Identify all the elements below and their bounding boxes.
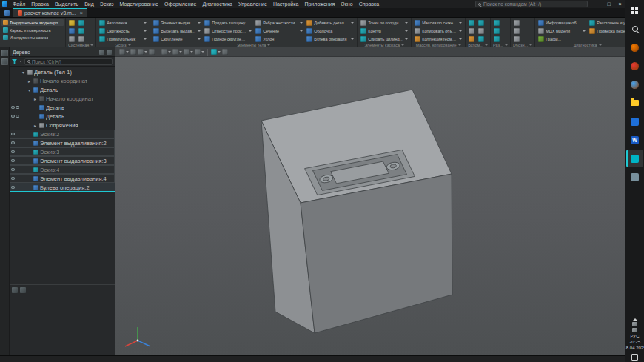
ribbon-group-caption[interactable]: Вспом... — [468, 43, 488, 47]
dropdown-arrow-icon[interactable] — [459, 30, 462, 32]
boolean-button[interactable]: Булева операция — [306, 36, 355, 43]
add-part-button[interactable]: Добавить деталь-заготовку... — [306, 19, 355, 27]
ribbon-group-caption[interactable]: Элементы тела — [152, 43, 355, 47]
graph-values-button[interactable]: Графи... — [537, 36, 586, 43]
dropdown-arrow-icon[interactable] — [144, 30, 147, 32]
volume-icon[interactable] — [632, 322, 637, 326]
caret-icon[interactable]: ▸ — [33, 96, 38, 101]
dropdown-arrow-icon[interactable] — [168, 51, 171, 53]
menubar-item-10[interactable]: Приложения — [301, 0, 338, 8]
toolset-tab-0[interactable]: Твердотельное моделирование — [1, 19, 64, 26]
tree-panel-toggle-icon[interactable] — [1, 50, 8, 56]
dim-radial-button[interactable] — [493, 36, 500, 43]
tree-foot-icon-1[interactable] — [12, 287, 18, 293]
thicken-button[interactable]: Придать толщину — [204, 19, 252, 27]
tree-filter-icon[interactable] — [12, 59, 17, 64]
filter-button[interactable] — [211, 49, 221, 55]
language-indicator[interactable]: РУС — [630, 334, 639, 338]
document-tab[interactable]: расчет компас v3.m... × — [13, 8, 87, 17]
start-button[interactable] — [626, 2, 643, 19]
tree-item-6[interactable]: ▸Сопряжения — [10, 121, 115, 130]
visibility-eyes[interactable] — [10, 186, 21, 189]
tree-item-1[interactable]: ▸Начало координат — [10, 76, 115, 85]
menubar-item-8[interactable]: Управление — [235, 0, 270, 8]
points-by-coords-button[interactable]: Точки по координатам — [360, 19, 409, 27]
hide-objects-button[interactable] — [195, 49, 204, 55]
visibility-eyes[interactable] — [10, 177, 21, 180]
select-frame-button[interactable] — [130, 49, 136, 55]
ribbon-group-caption[interactable]: Эскиз — [98, 43, 147, 47]
ribbon-group-caption[interactable]: Обозн... — [513, 43, 533, 47]
home-tab[interactable] — [0, 8, 13, 17]
display-mode-button[interactable] — [172, 49, 182, 55]
ribbon-group-caption[interactable]: Системная — [68, 43, 93, 47]
visibility-eyes[interactable] — [10, 159, 21, 162]
dropdown-arrow-icon[interactable] — [144, 22, 147, 24]
autoline-button[interactable]: Автолиния — [98, 19, 147, 27]
model-scene[interactable] — [115, 57, 625, 355]
axis-button[interactable] — [468, 27, 475, 35]
check-intersections-button[interactable]: Проверка пересечений — [588, 27, 625, 35]
app-explorer[interactable] — [626, 95, 643, 111]
dropdown-arrow-icon[interactable] — [351, 38, 354, 40]
caret-icon[interactable]: ▸ — [33, 123, 38, 128]
tree-item-7[interactable]: Эскиз:2 — [10, 130, 115, 138]
minimize-button[interactable]: ─ — [592, 0, 603, 8]
visibility-eyes[interactable] — [10, 150, 21, 153]
copy-objects-button[interactable]: Копировать объекты — [414, 27, 463, 35]
visibility-eyes[interactable] — [10, 141, 21, 144]
menubar-item-7[interactable]: Диагностика — [199, 0, 235, 8]
measure-button[interactable] — [222, 49, 228, 55]
ribbon-group-caption[interactable]: Диагностика — [537, 43, 625, 47]
open-button[interactable] — [68, 19, 76, 27]
viewport-3d[interactable] — [115, 47, 625, 355]
array-grid-button[interactable]: Массив по сетке — [414, 19, 463, 27]
dropdown-arrow-icon[interactable] — [198, 22, 201, 24]
dropdown-arrow-icon[interactable] — [300, 30, 303, 32]
tray-expand-icon[interactable] — [633, 318, 637, 321]
caret-icon[interactable]: ▾ — [27, 87, 32, 93]
tree-item-13[interactable]: Булева операция:2 — [10, 183, 115, 192]
menubar-item-5[interactable]: Моделирование — [117, 0, 161, 8]
visibility-eyes[interactable] — [10, 133, 21, 135]
parameters-panel-toggle-icon[interactable] — [1, 58, 8, 65]
extrude-button[interactable]: Элемент выдавливания — [152, 19, 201, 27]
dropdown-arrow-icon[interactable] — [405, 30, 408, 32]
menubar-item-2[interactable]: Выделить — [52, 0, 81, 8]
rib-button[interactable]: Ребра жесткости — [255, 19, 303, 27]
dropdown-arrow-icon[interactable] — [351, 22, 354, 24]
action-center-icon[interactable] — [631, 354, 638, 361]
dropdown-arrow-icon[interactable] — [583, 30, 586, 32]
object-info-button[interactable]: Информация об объекте — [537, 19, 586, 27]
save-button[interactable] — [68, 27, 76, 35]
zoom-button[interactable] — [138, 49, 147, 55]
tree-item-10[interactable]: Элемент выдавливания:3 — [10, 156, 115, 165]
dropdown-arrow-icon[interactable] — [190, 51, 193, 53]
note-mark-button[interactable] — [513, 36, 520, 43]
distance-angle-button[interactable]: Расстояние и угол — [588, 19, 625, 27]
tree-item-12[interactable]: Элемент выдавливания:4 — [10, 174, 115, 183]
network-icon[interactable] — [632, 328, 637, 332]
dropdown-arrow-icon[interactable] — [459, 22, 462, 24]
dropdown-arrow-icon[interactable] — [144, 38, 147, 40]
tree-item-4[interactable]: Деталь — [10, 103, 115, 112]
note-roughness-button[interactable] — [513, 19, 520, 27]
taskbar-clock[interactable]: 20:25 18.04.2025 — [623, 340, 644, 351]
dropdown-arrow-icon[interactable] — [201, 51, 204, 53]
clip-section-button[interactable] — [184, 49, 193, 55]
caret-icon[interactable]: ▾ — [21, 70, 26, 75]
toolset-tab-2[interactable]: Инструменты эскиза — [1, 34, 64, 41]
tree-item-0[interactable]: ▾Деталь (Тел-1) — [10, 67, 115, 76]
app-messenger[interactable] — [626, 76, 643, 93]
plane-button[interactable] — [468, 19, 475, 27]
contour-button[interactable]: Контур — [360, 27, 409, 35]
tree-item-9[interactable]: Эскиз:3 — [10, 147, 115, 156]
caret-icon[interactable]: ▸ — [27, 78, 32, 84]
app-browser-red[interactable] — [626, 58, 643, 74]
dropdown-arrow-icon[interactable] — [144, 51, 147, 53]
rectangle-button[interactable]: Прямоугольник — [98, 36, 147, 43]
shell-button[interactable]: Оболочка — [306, 27, 355, 35]
dropdown-arrow-icon[interactable] — [198, 30, 201, 32]
geometry-collection-button[interactable]: Коллекция геометрии — [414, 36, 463, 43]
layout-grid-button[interactable] — [119, 49, 129, 55]
